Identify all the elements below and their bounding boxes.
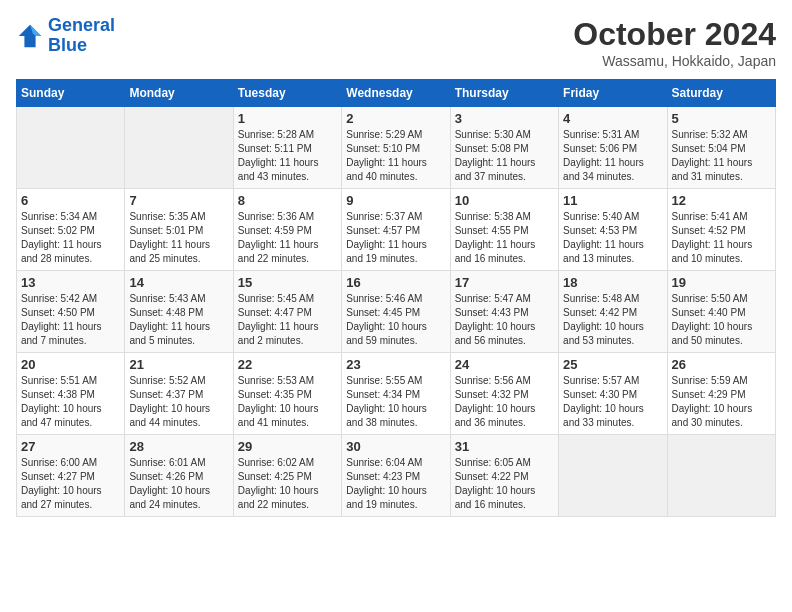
daylight-text: Daylight: 11 hours and 37 minutes. bbox=[455, 157, 536, 182]
day-number: 22 bbox=[238, 357, 337, 372]
day-number: 24 bbox=[455, 357, 554, 372]
sunrise-text: Sunrise: 5:51 AM bbox=[21, 375, 97, 386]
daylight-text: Daylight: 10 hours and 38 minutes. bbox=[346, 403, 427, 428]
sunset-text: Sunset: 4:25 PM bbox=[238, 471, 312, 482]
header-thursday: Thursday bbox=[450, 80, 558, 107]
logo: General Blue bbox=[16, 16, 115, 56]
calendar-cell bbox=[667, 435, 775, 517]
daylight-text: Daylight: 10 hours and 50 minutes. bbox=[672, 321, 753, 346]
sunrise-text: Sunrise: 5:30 AM bbox=[455, 129, 531, 140]
cell-info: Sunrise: 5:40 AM Sunset: 4:53 PM Dayligh… bbox=[563, 210, 662, 266]
daylight-text: Daylight: 10 hours and 30 minutes. bbox=[672, 403, 753, 428]
day-number: 25 bbox=[563, 357, 662, 372]
header-wednesday: Wednesday bbox=[342, 80, 450, 107]
day-number: 16 bbox=[346, 275, 445, 290]
calendar-week-2: 6 Sunrise: 5:34 AM Sunset: 5:02 PM Dayli… bbox=[17, 189, 776, 271]
sunrise-text: Sunrise: 5:46 AM bbox=[346, 293, 422, 304]
day-number: 21 bbox=[129, 357, 228, 372]
cell-info: Sunrise: 6:02 AM Sunset: 4:25 PM Dayligh… bbox=[238, 456, 337, 512]
sunrise-text: Sunrise: 5:53 AM bbox=[238, 375, 314, 386]
sunrise-text: Sunrise: 5:35 AM bbox=[129, 211, 205, 222]
sunrise-text: Sunrise: 5:52 AM bbox=[129, 375, 205, 386]
calendar-cell bbox=[125, 107, 233, 189]
header-friday: Friday bbox=[559, 80, 667, 107]
calendar-table: Sunday Monday Tuesday Wednesday Thursday… bbox=[16, 79, 776, 517]
sunset-text: Sunset: 4:38 PM bbox=[21, 389, 95, 400]
daylight-text: Daylight: 11 hours and 22 minutes. bbox=[238, 239, 319, 264]
sunset-text: Sunset: 5:11 PM bbox=[238, 143, 312, 154]
daylight-text: Daylight: 11 hours and 13 minutes. bbox=[563, 239, 644, 264]
daylight-text: Daylight: 10 hours and 47 minutes. bbox=[21, 403, 102, 428]
calendar-cell: 2 Sunrise: 5:29 AM Sunset: 5:10 PM Dayli… bbox=[342, 107, 450, 189]
calendar-cell: 14 Sunrise: 5:43 AM Sunset: 4:48 PM Dayl… bbox=[125, 271, 233, 353]
cell-info: Sunrise: 5:48 AM Sunset: 4:42 PM Dayligh… bbox=[563, 292, 662, 348]
sunset-text: Sunset: 4:42 PM bbox=[563, 307, 637, 318]
cell-info: Sunrise: 6:00 AM Sunset: 4:27 PM Dayligh… bbox=[21, 456, 120, 512]
sunrise-text: Sunrise: 5:45 AM bbox=[238, 293, 314, 304]
sunset-text: Sunset: 4:47 PM bbox=[238, 307, 312, 318]
cell-info: Sunrise: 6:05 AM Sunset: 4:22 PM Dayligh… bbox=[455, 456, 554, 512]
header-saturday: Saturday bbox=[667, 80, 775, 107]
sunrise-text: Sunrise: 5:36 AM bbox=[238, 211, 314, 222]
calendar-cell: 22 Sunrise: 5:53 AM Sunset: 4:35 PM Dayl… bbox=[233, 353, 341, 435]
sunset-text: Sunset: 4:22 PM bbox=[455, 471, 529, 482]
sunrise-text: Sunrise: 6:00 AM bbox=[21, 457, 97, 468]
calendar-cell: 8 Sunrise: 5:36 AM Sunset: 4:59 PM Dayli… bbox=[233, 189, 341, 271]
daylight-text: Daylight: 10 hours and 44 minutes. bbox=[129, 403, 210, 428]
cell-info: Sunrise: 5:43 AM Sunset: 4:48 PM Dayligh… bbox=[129, 292, 228, 348]
month-title: October 2024 bbox=[573, 16, 776, 53]
calendar-cell: 7 Sunrise: 5:35 AM Sunset: 5:01 PM Dayli… bbox=[125, 189, 233, 271]
sunset-text: Sunset: 4:26 PM bbox=[129, 471, 203, 482]
cell-info: Sunrise: 5:29 AM Sunset: 5:10 PM Dayligh… bbox=[346, 128, 445, 184]
cell-info: Sunrise: 5:36 AM Sunset: 4:59 PM Dayligh… bbox=[238, 210, 337, 266]
cell-info: Sunrise: 5:42 AM Sunset: 4:50 PM Dayligh… bbox=[21, 292, 120, 348]
cell-info: Sunrise: 5:46 AM Sunset: 4:45 PM Dayligh… bbox=[346, 292, 445, 348]
cell-info: Sunrise: 5:47 AM Sunset: 4:43 PM Dayligh… bbox=[455, 292, 554, 348]
sunrise-text: Sunrise: 5:56 AM bbox=[455, 375, 531, 386]
logo-icon bbox=[16, 22, 44, 50]
day-number: 8 bbox=[238, 193, 337, 208]
calendar-cell: 27 Sunrise: 6:00 AM Sunset: 4:27 PM Dayl… bbox=[17, 435, 125, 517]
daylight-text: Daylight: 10 hours and 19 minutes. bbox=[346, 485, 427, 510]
day-number: 26 bbox=[672, 357, 771, 372]
day-number: 6 bbox=[21, 193, 120, 208]
calendar-cell: 18 Sunrise: 5:48 AM Sunset: 4:42 PM Dayl… bbox=[559, 271, 667, 353]
calendar-cell: 28 Sunrise: 6:01 AM Sunset: 4:26 PM Dayl… bbox=[125, 435, 233, 517]
day-number: 20 bbox=[21, 357, 120, 372]
calendar-cell: 31 Sunrise: 6:05 AM Sunset: 4:22 PM Dayl… bbox=[450, 435, 558, 517]
sunset-text: Sunset: 4:27 PM bbox=[21, 471, 95, 482]
sunrise-text: Sunrise: 6:05 AM bbox=[455, 457, 531, 468]
calendar-cell: 25 Sunrise: 5:57 AM Sunset: 4:30 PM Dayl… bbox=[559, 353, 667, 435]
sunrise-text: Sunrise: 5:48 AM bbox=[563, 293, 639, 304]
sunset-text: Sunset: 4:59 PM bbox=[238, 225, 312, 236]
calendar-cell: 21 Sunrise: 5:52 AM Sunset: 4:37 PM Dayl… bbox=[125, 353, 233, 435]
sunset-text: Sunset: 5:08 PM bbox=[455, 143, 529, 154]
sunrise-text: Sunrise: 5:43 AM bbox=[129, 293, 205, 304]
daylight-text: Daylight: 11 hours and 40 minutes. bbox=[346, 157, 427, 182]
cell-info: Sunrise: 5:55 AM Sunset: 4:34 PM Dayligh… bbox=[346, 374, 445, 430]
sunset-text: Sunset: 4:34 PM bbox=[346, 389, 420, 400]
sunset-text: Sunset: 4:40 PM bbox=[672, 307, 746, 318]
cell-info: Sunrise: 5:59 AM Sunset: 4:29 PM Dayligh… bbox=[672, 374, 771, 430]
day-number: 23 bbox=[346, 357, 445, 372]
cell-info: Sunrise: 5:38 AM Sunset: 4:55 PM Dayligh… bbox=[455, 210, 554, 266]
cell-info: Sunrise: 5:50 AM Sunset: 4:40 PM Dayligh… bbox=[672, 292, 771, 348]
header-monday: Monday bbox=[125, 80, 233, 107]
cell-info: Sunrise: 5:35 AM Sunset: 5:01 PM Dayligh… bbox=[129, 210, 228, 266]
day-number: 7 bbox=[129, 193, 228, 208]
daylight-text: Daylight: 11 hours and 16 minutes. bbox=[455, 239, 536, 264]
sunset-text: Sunset: 4:50 PM bbox=[21, 307, 95, 318]
sunrise-text: Sunrise: 5:38 AM bbox=[455, 211, 531, 222]
day-number: 19 bbox=[672, 275, 771, 290]
daylight-text: Daylight: 10 hours and 41 minutes. bbox=[238, 403, 319, 428]
calendar-cell bbox=[559, 435, 667, 517]
calendar-cell: 24 Sunrise: 5:56 AM Sunset: 4:32 PM Dayl… bbox=[450, 353, 558, 435]
location: Wassamu, Hokkaido, Japan bbox=[573, 53, 776, 69]
sunrise-text: Sunrise: 6:01 AM bbox=[129, 457, 205, 468]
calendar-week-5: 27 Sunrise: 6:00 AM Sunset: 4:27 PM Dayl… bbox=[17, 435, 776, 517]
daylight-text: Daylight: 11 hours and 31 minutes. bbox=[672, 157, 753, 182]
sunset-text: Sunset: 4:52 PM bbox=[672, 225, 746, 236]
sunrise-text: Sunrise: 5:55 AM bbox=[346, 375, 422, 386]
calendar-cell: 15 Sunrise: 5:45 AM Sunset: 4:47 PM Dayl… bbox=[233, 271, 341, 353]
sunset-text: Sunset: 4:30 PM bbox=[563, 389, 637, 400]
